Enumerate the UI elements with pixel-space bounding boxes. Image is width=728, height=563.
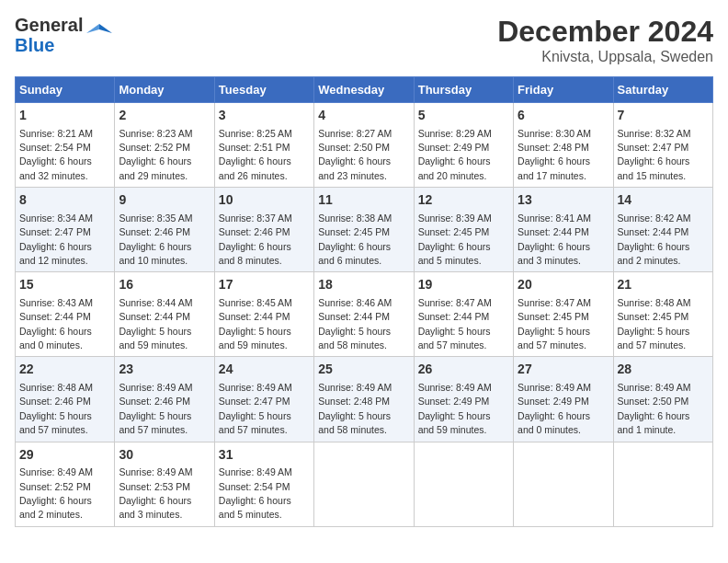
day-number: 19 <box>418 276 509 294</box>
calendar-cell <box>414 442 513 526</box>
day-detail: Sunrise: 8:49 AM Sunset: 2:47 PM Dayligh… <box>219 382 292 435</box>
col-header-wednesday: Wednesday <box>314 77 414 103</box>
calendar-cell: 26Sunrise: 8:49 AM Sunset: 2:49 PM Dayli… <box>414 357 513 442</box>
calendar-cell: 22Sunrise: 8:48 AM Sunset: 2:46 PM Dayli… <box>16 357 115 442</box>
day-detail: Sunrise: 8:43 AM Sunset: 2:44 PM Dayligh… <box>19 297 93 350</box>
day-detail: Sunrise: 8:25 AM Sunset: 2:51 PM Dayligh… <box>219 128 292 181</box>
day-number: 12 <box>418 191 509 210</box>
day-detail: Sunrise: 8:45 AM Sunset: 2:44 PM Dayligh… <box>219 297 292 350</box>
day-detail: Sunrise: 8:49 AM Sunset: 2:49 PM Dayligh… <box>418 382 492 435</box>
day-number: 3 <box>219 107 310 125</box>
calendar-cell: 12Sunrise: 8:39 AM Sunset: 2:45 PM Dayli… <box>414 188 513 272</box>
day-detail: Sunrise: 8:49 AM Sunset: 2:46 PM Dayligh… <box>119 382 192 435</box>
day-number: 10 <box>219 191 310 210</box>
day-detail: Sunrise: 8:38 AM Sunset: 2:45 PM Dayligh… <box>318 213 392 266</box>
calendar-cell: 24Sunrise: 8:49 AM Sunset: 2:47 PM Dayli… <box>214 357 313 442</box>
day-detail: Sunrise: 8:41 AM Sunset: 2:44 PM Dayligh… <box>518 213 591 266</box>
col-header-saturday: Saturday <box>613 77 712 103</box>
day-detail: Sunrise: 8:29 AM Sunset: 2:49 PM Dayligh… <box>418 128 492 181</box>
col-header-friday: Friday <box>514 77 613 103</box>
calendar-cell: 16Sunrise: 8:44 AM Sunset: 2:44 PM Dayli… <box>115 272 214 357</box>
day-number: 22 <box>19 361 110 379</box>
logo-bird-icon <box>86 20 112 50</box>
page-header: General Blue December 2024 Knivsta, Upps… <box>15 15 713 65</box>
calendar-cell: 13Sunrise: 8:41 AM Sunset: 2:44 PM Dayli… <box>514 188 613 272</box>
day-number: 4 <box>318 107 409 125</box>
page-title: December 2024 <box>497 15 713 49</box>
col-header-monday: Monday <box>115 77 214 103</box>
day-number: 15 <box>19 276 110 294</box>
calendar-cell: 5Sunrise: 8:29 AM Sunset: 2:49 PM Daylig… <box>414 103 513 188</box>
day-detail: Sunrise: 8:49 AM Sunset: 2:49 PM Dayligh… <box>518 382 591 435</box>
day-number: 11 <box>318 191 409 210</box>
logo-blue: Blue <box>15 35 83 55</box>
day-detail: Sunrise: 8:34 AM Sunset: 2:47 PM Dayligh… <box>19 213 93 266</box>
calendar-cell: 21Sunrise: 8:48 AM Sunset: 2:45 PM Dayli… <box>613 272 712 357</box>
day-detail: Sunrise: 8:32 AM Sunset: 2:47 PM Dayligh… <box>618 128 691 181</box>
calendar-cell: 8Sunrise: 8:34 AM Sunset: 2:47 PM Daylig… <box>16 188 115 272</box>
calendar-cell: 30Sunrise: 8:49 AM Sunset: 2:53 PM Dayli… <box>115 442 214 526</box>
calendar-cell: 4Sunrise: 8:27 AM Sunset: 2:50 PM Daylig… <box>314 103 414 188</box>
calendar-cell: 19Sunrise: 8:47 AM Sunset: 2:44 PM Dayli… <box>414 272 513 357</box>
page-subtitle: Knivsta, Uppsala, Sweden <box>497 49 713 65</box>
day-number: 26 <box>418 361 509 379</box>
day-number: 18 <box>318 276 409 294</box>
day-detail: Sunrise: 8:49 AM Sunset: 2:48 PM Dayligh… <box>318 382 392 435</box>
calendar-cell: 23Sunrise: 8:49 AM Sunset: 2:46 PM Dayli… <box>115 357 214 442</box>
calendar-cell: 27Sunrise: 8:49 AM Sunset: 2:49 PM Dayli… <box>514 357 613 442</box>
day-detail: Sunrise: 8:39 AM Sunset: 2:45 PM Dayligh… <box>418 213 492 266</box>
day-detail: Sunrise: 8:42 AM Sunset: 2:44 PM Dayligh… <box>618 213 691 266</box>
col-header-sunday: Sunday <box>16 77 115 103</box>
day-number: 9 <box>119 191 210 210</box>
day-detail: Sunrise: 8:47 AM Sunset: 2:45 PM Dayligh… <box>518 297 591 350</box>
calendar-cell <box>514 442 613 526</box>
calendar-cell: 3Sunrise: 8:25 AM Sunset: 2:51 PM Daylig… <box>214 103 313 188</box>
day-detail: Sunrise: 8:48 AM Sunset: 2:46 PM Dayligh… <box>19 382 93 435</box>
svg-marker-0 <box>99 24 112 33</box>
day-detail: Sunrise: 8:21 AM Sunset: 2:54 PM Dayligh… <box>19 128 93 181</box>
calendar-cell: 2Sunrise: 8:23 AM Sunset: 2:52 PM Daylig… <box>115 103 214 188</box>
calendar-cell: 31Sunrise: 8:49 AM Sunset: 2:54 PM Dayli… <box>214 442 313 526</box>
calendar-cell: 7Sunrise: 8:32 AM Sunset: 2:47 PM Daylig… <box>613 103 712 188</box>
calendar-table: SundayMondayTuesdayWednesdayThursdayFrid… <box>15 76 713 527</box>
day-number: 13 <box>518 191 609 210</box>
day-detail: Sunrise: 8:27 AM Sunset: 2:50 PM Dayligh… <box>318 128 392 181</box>
col-header-tuesday: Tuesday <box>214 77 313 103</box>
week-row-4: 22Sunrise: 8:48 AM Sunset: 2:46 PM Dayli… <box>16 357 713 442</box>
day-detail: Sunrise: 8:37 AM Sunset: 2:46 PM Dayligh… <box>219 213 292 266</box>
day-number: 31 <box>219 446 310 465</box>
calendar-cell: 14Sunrise: 8:42 AM Sunset: 2:44 PM Dayli… <box>613 188 712 272</box>
day-detail: Sunrise: 8:35 AM Sunset: 2:46 PM Dayligh… <box>119 213 192 266</box>
day-number: 14 <box>618 191 709 210</box>
week-row-1: 1Sunrise: 8:21 AM Sunset: 2:54 PM Daylig… <box>16 103 713 188</box>
day-number: 1 <box>19 107 110 125</box>
day-number: 7 <box>618 107 709 125</box>
day-number: 30 <box>119 446 210 465</box>
day-number: 5 <box>418 107 509 125</box>
calendar-cell: 20Sunrise: 8:47 AM Sunset: 2:45 PM Dayli… <box>514 272 613 357</box>
calendar-cell <box>613 442 712 526</box>
calendar-cell: 1Sunrise: 8:21 AM Sunset: 2:54 PM Daylig… <box>16 103 115 188</box>
calendar-cell: 10Sunrise: 8:37 AM Sunset: 2:46 PM Dayli… <box>214 188 313 272</box>
day-detail: Sunrise: 8:49 AM Sunset: 2:53 PM Dayligh… <box>119 466 192 520</box>
svg-marker-1 <box>86 24 99 33</box>
calendar-cell: 28Sunrise: 8:49 AM Sunset: 2:50 PM Dayli… <box>613 357 712 442</box>
day-detail: Sunrise: 8:49 AM Sunset: 2:50 PM Dayligh… <box>618 382 691 435</box>
day-detail: Sunrise: 8:47 AM Sunset: 2:44 PM Dayligh… <box>418 297 492 350</box>
logo-general: General <box>15 15 83 35</box>
day-number: 28 <box>618 361 709 379</box>
day-number: 2 <box>119 107 210 125</box>
calendar-cell: 18Sunrise: 8:46 AM Sunset: 2:44 PM Dayli… <box>314 272 414 357</box>
col-header-thursday: Thursday <box>414 77 513 103</box>
day-detail: Sunrise: 8:23 AM Sunset: 2:52 PM Dayligh… <box>119 128 192 181</box>
day-number: 8 <box>19 191 110 210</box>
calendar-cell: 6Sunrise: 8:30 AM Sunset: 2:48 PM Daylig… <box>514 103 613 188</box>
week-row-5: 29Sunrise: 8:49 AM Sunset: 2:52 PM Dayli… <box>16 442 713 526</box>
day-detail: Sunrise: 8:46 AM Sunset: 2:44 PM Dayligh… <box>318 297 392 350</box>
day-number: 23 <box>119 361 210 379</box>
calendar-cell: 9Sunrise: 8:35 AM Sunset: 2:46 PM Daylig… <box>115 188 214 272</box>
day-number: 21 <box>618 276 709 294</box>
day-detail: Sunrise: 8:48 AM Sunset: 2:45 PM Dayligh… <box>618 297 691 350</box>
day-detail: Sunrise: 8:44 AM Sunset: 2:44 PM Dayligh… <box>119 297 192 350</box>
day-number: 27 <box>518 361 609 379</box>
